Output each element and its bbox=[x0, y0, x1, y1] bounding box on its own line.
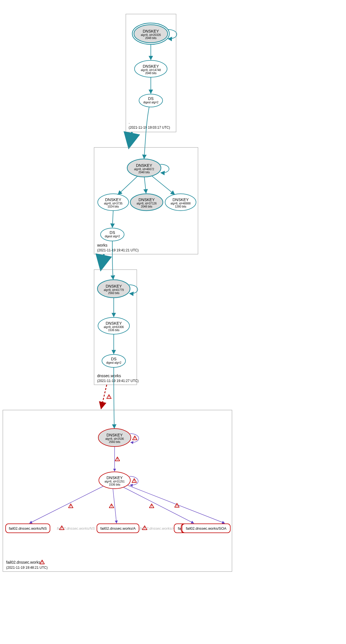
node-dnssec-zsk: DNSKEY alg=8, id=63306 1536 bits bbox=[98, 317, 129, 334]
node-dnssec-ksk: DNSKEY alg=8, id=41779 2560 bits bbox=[97, 280, 130, 298]
svg-text:DNSKEY: DNSKEY bbox=[106, 433, 123, 437]
zone-root-ts: (2021-11-19 19:03:17 UTC) bbox=[129, 126, 170, 129]
warning-icon bbox=[132, 479, 136, 483]
edge-root-ds-works-ksk bbox=[144, 107, 149, 159]
svg-text:DNSKEY: DNSKEY bbox=[143, 29, 159, 33]
node-root-ds: DS digest alg=2 bbox=[139, 94, 163, 107]
svg-text:1024 bits: 1024 bits bbox=[108, 205, 119, 208]
svg-text:DNSKEY: DNSKEY bbox=[106, 475, 123, 480]
edge-deleg-dnssec-fail02 bbox=[101, 385, 107, 409]
zone-dnssec: dnssec.works (2021-11-19 19:41:27 UTC) D… bbox=[94, 270, 138, 385]
edge-works-zsk1-ds bbox=[112, 211, 113, 227]
svg-text:digest alg=2: digest alg=2 bbox=[106, 361, 122, 364]
zone-fail02-label: fail02.dnssec.works bbox=[6, 560, 40, 565]
node-root-zsk: DNSKEY alg=8, id=14748 2048 bits bbox=[135, 60, 167, 77]
node-root-ksk: DNSKEY alg=8, id=20326 2048 bits bbox=[132, 23, 169, 44]
edge-works-ksk-zsk1 bbox=[118, 176, 138, 195]
edge-deleg-works-dnssec bbox=[101, 254, 104, 268]
svg-text:2048 bits: 2048 bits bbox=[145, 72, 157, 75]
svg-text:2560 bits: 2560 bits bbox=[109, 440, 120, 443]
svg-text:2048 bits: 2048 bits bbox=[145, 37, 157, 40]
svg-text:DNSKEY: DNSKEY bbox=[143, 64, 159, 69]
svg-text:alg=8, id=31251: alg=8, id=31251 bbox=[104, 480, 125, 483]
svg-text:alg=8, id=63306: alg=8, id=63306 bbox=[104, 326, 124, 329]
svg-text:DNSKEY: DNSKEY bbox=[136, 163, 152, 168]
svg-text:1536 bits: 1536 bits bbox=[108, 329, 120, 332]
rrset-a-grey: fail02.dnssec.works/A bbox=[140, 526, 175, 531]
svg-text:alg=8, id=37126: alg=8, id=37126 bbox=[136, 202, 157, 205]
svg-text:DNSKEY: DNSKEY bbox=[172, 197, 189, 202]
svg-text:digest alg=2: digest alg=2 bbox=[105, 235, 120, 238]
node-works-zsk3: DNSKEY alg=8, id=48888 1280 bits bbox=[165, 194, 196, 211]
warning-icon bbox=[40, 560, 44, 564]
edge-works-ksk-self bbox=[160, 164, 169, 173]
zone-root-label: . bbox=[129, 120, 130, 124]
rrset-soa-visible-final: fail02.dnssec.works/SOA bbox=[182, 524, 230, 533]
warning-icon bbox=[69, 504, 73, 508]
edge-works-ksk-zsk3 bbox=[152, 176, 175, 195]
node-fail-zsk: DNSKEY alg=8, id=31251 1536 bits bbox=[99, 472, 130, 489]
zone-fail02: fail02.dnssec.works (2021-11-19 19:48:21… bbox=[3, 410, 232, 572]
edge-fail-zsk-ns bbox=[29, 486, 103, 523]
zone-dnssec-label: dnssec.works bbox=[97, 374, 121, 378]
svg-text:alg=8, id=48888: alg=8, id=48888 bbox=[170, 202, 191, 205]
svg-text:2048 bits: 2048 bits bbox=[141, 205, 152, 208]
rrset-ns: fail02.dnssec.works/NS bbox=[6, 524, 50, 533]
node-works-ksk: DNSKEY alg=8, id=46672 2048 bits bbox=[127, 159, 161, 177]
svg-text:2560 bits: 2560 bits bbox=[108, 292, 120, 295]
rrset-a: fail02.dnssec.works/A bbox=[97, 524, 139, 533]
svg-text:alg=8, id=20326: alg=8, id=20326 bbox=[141, 33, 161, 37]
warning-icon bbox=[107, 395, 111, 399]
edge-dnssec-ksk-self bbox=[129, 285, 138, 293]
svg-text:DS: DS bbox=[110, 230, 115, 235]
node-dnssec-ds: DS digest alg=2 bbox=[102, 354, 126, 367]
svg-text:fail02.dnssec.works/A: fail02.dnssec.works/A bbox=[100, 526, 136, 531]
svg-text:alg=8, id=2536: alg=8, id=2536 bbox=[105, 437, 124, 440]
zone-works-ts: (2021-11-19 19:41:21 UTC) bbox=[97, 248, 138, 252]
svg-text:alg=8, id=3735: alg=8, id=3735 bbox=[104, 202, 123, 205]
svg-text:DNSKEY: DNSKEY bbox=[105, 197, 121, 202]
warning-icon bbox=[115, 457, 120, 461]
edge-fail-zsk-aaaa bbox=[124, 487, 194, 523]
node-fail-ksk: DNSKEY alg=8, id=2536 2560 bits bbox=[98, 429, 131, 447]
svg-text:fail02.dnssec.works/NS: fail02.dnssec.works/NS bbox=[9, 526, 47, 531]
node-works-zsk2: DNSKEY alg=8, id=37126 2048 bits bbox=[130, 194, 163, 211]
svg-text:alg=8, id=46672: alg=8, id=46672 bbox=[134, 168, 154, 171]
edge-works-ds-dnssec-ksk bbox=[112, 241, 113, 279]
svg-text:alg=8, id=41779: alg=8, id=41779 bbox=[104, 288, 124, 292]
svg-text:DNSKEY: DNSKEY bbox=[138, 197, 155, 202]
svg-text:DNSKEY: DNSKEY bbox=[106, 284, 122, 288]
zone-works: works (2021-11-19 19:41:21 UTC) DNSKEY a… bbox=[94, 147, 198, 254]
svg-text:DS: DS bbox=[148, 96, 153, 101]
svg-text:DNSKEY: DNSKEY bbox=[106, 321, 122, 326]
svg-text:(2021-11-19 19:41:27 UTC): (2021-11-19 19:41:27 UTC) bbox=[97, 379, 138, 383]
zone-works-label: works bbox=[97, 243, 108, 247]
warning-icon bbox=[149, 504, 154, 508]
rrset-ns-grey: fail02.dnssec.works/NS bbox=[57, 526, 95, 531]
edge-works-ksk-zsk2 bbox=[144, 177, 146, 193]
svg-text:(2021-11-19 19:48:21 UTC): (2021-11-19 19:48:21 UTC) bbox=[6, 566, 47, 570]
svg-text:DS: DS bbox=[111, 357, 116, 361]
node-works-zsk1: DNSKEY alg=8, id=3735 1024 bits bbox=[98, 194, 129, 211]
warning-icon bbox=[109, 504, 114, 508]
node-works-ds: DS digest alg=2 bbox=[101, 228, 124, 241]
edge-fail-zsk-a bbox=[113, 489, 117, 523]
edge-deleg-root-works bbox=[129, 132, 132, 146]
svg-text:2048 bits: 2048 bits bbox=[138, 171, 150, 174]
svg-text:1280 bits: 1280 bits bbox=[175, 205, 186, 208]
svg-text:digest alg=2: digest alg=2 bbox=[143, 101, 159, 104]
zone-root: . (2021-11-19 19:03:17 UTC) DNSKEY alg=8… bbox=[126, 14, 177, 132]
svg-text:alg=8, id=14748: alg=8, id=14748 bbox=[141, 69, 161, 72]
svg-text:1536 bits: 1536 bits bbox=[109, 483, 120, 486]
svg-text:fail02.dnssec.works/SOA: fail02.dnssec.works/SOA bbox=[186, 526, 227, 531]
warning-icon bbox=[133, 436, 137, 440]
